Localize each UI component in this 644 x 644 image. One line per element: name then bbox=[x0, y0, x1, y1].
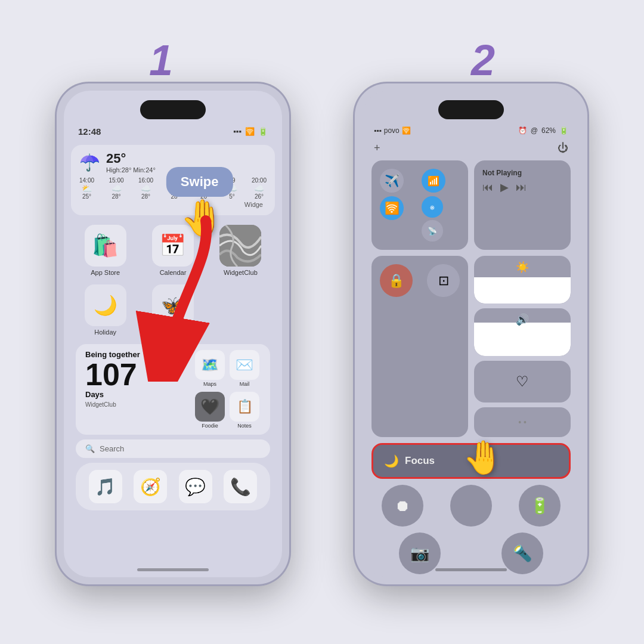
counter-left: Being together 107 Days WidgetClub bbox=[85, 350, 189, 429]
bluetooth-area: ⎈ 📡 bbox=[422, 196, 460, 242]
compass-dock-icon[interactable]: 🧭 bbox=[134, 470, 167, 503]
connectivity-tile: ✈️ 📶 🛜 ⎈ 📡 bbox=[371, 160, 468, 250]
battery-area: ⏰ @ 62% 🔋 bbox=[518, 126, 568, 135]
search-icon: 🔍 bbox=[85, 444, 95, 453]
phone2: 🤚 ▪▪▪ povo 🛜 ⏰ @ 62% 🔋 + bbox=[355, 83, 587, 584]
cc-top-buttons: + ⏻ bbox=[362, 140, 580, 157]
messages-dock-icon[interactable]: 💬 bbox=[179, 470, 212, 503]
play-pause-button[interactable]: ▶ bbox=[500, 181, 509, 194]
carrier-label: povo bbox=[384, 126, 400, 135]
holiday-icon[interactable]: 🌙 bbox=[85, 284, 126, 326]
fast-forward-button[interactable]: ⏭ bbox=[516, 181, 527, 194]
cellular-data-button[interactable]: 📶 bbox=[422, 169, 445, 193]
counter-bottom-label: WidgetClub bbox=[85, 401, 189, 408]
battery-status-btn[interactable]: 🔋 bbox=[519, 485, 561, 527]
dynamic-island-2 bbox=[438, 100, 504, 119]
holiday-label: Holiday bbox=[94, 329, 116, 336]
holiday-item[interactable]: 🌙 Holiday bbox=[76, 284, 135, 336]
notes-label: Notes bbox=[237, 423, 252, 429]
cellular-dots-tile: • • bbox=[474, 407, 571, 437]
hour-2: 15:00☁️28° bbox=[109, 177, 124, 200]
do-not-disturb-icon: @ bbox=[531, 126, 538, 135]
health-tile[interactable]: ♡ bbox=[474, 361, 571, 402]
airdrop-button[interactable]: 📡 bbox=[422, 220, 443, 242]
shazam-button[interactable] bbox=[450, 485, 492, 527]
battery-percent: 62% bbox=[541, 126, 556, 135]
airplane-mode-button[interactable]: ✈️ bbox=[380, 169, 404, 193]
wifi-icon: 🛜 bbox=[245, 127, 255, 136]
maps-icon[interactable]: 🗺️ bbox=[195, 350, 225, 380]
widgetclub-top-icon[interactable] bbox=[219, 225, 261, 267]
signal-icon: ▪▪▪ bbox=[233, 127, 242, 136]
counter-right: 🗺️ Maps ✉️ Mail 🖤 Foodie bbox=[195, 350, 261, 429]
counter-number: 107 bbox=[85, 359, 189, 390]
counter-widget: Being together 107 Days WidgetClub 🗺️ Ma… bbox=[76, 344, 270, 435]
mail-item[interactable]: ✉️ Mail bbox=[230, 350, 259, 387]
playback-controls: ⏮ ▶ ⏭ bbox=[482, 181, 562, 194]
mini-app-row-2: 🖤 Foodie 📋 Notes bbox=[195, 392, 261, 429]
foodie-item[interactable]: 🖤 Foodie bbox=[195, 392, 225, 429]
volume-icon: 🔊 bbox=[516, 313, 529, 326]
cellular-dots-icon: • • bbox=[518, 417, 527, 427]
phone2-screen: ▪▪▪ povo 🛜 ⏰ @ 62% 🔋 + ⏻ bbox=[362, 91, 580, 577]
widgetclub-top-label: WidgetClub bbox=[224, 269, 258, 276]
signal-area: ▪▪▪ povo 🛜 bbox=[374, 126, 411, 135]
wifi-button[interactable]: 🛜 bbox=[380, 196, 404, 220]
maps-label: Maps bbox=[203, 381, 216, 387]
phone-dock-icon[interactable]: 📞 bbox=[224, 470, 257, 503]
dynamic-island-1 bbox=[140, 100, 206, 119]
cc-bottom-row1: ⏺ 🔋 bbox=[362, 481, 580, 530]
notes-item[interactable]: 📋 Notes bbox=[230, 392, 259, 429]
flashlight-button[interactable]: 🔦 bbox=[501, 532, 543, 574]
swipe-badge: Swipe bbox=[166, 167, 233, 197]
step1-number: 1 bbox=[149, 36, 173, 85]
mail-icon[interactable]: ✉️ bbox=[230, 350, 259, 380]
maps-item[interactable]: 🗺️ Maps bbox=[195, 350, 225, 387]
home-indicator bbox=[137, 568, 209, 571]
brightness-tile[interactable]: ☀️ bbox=[474, 256, 571, 304]
dock: 🎵 🧭 💬 📞 bbox=[76, 463, 270, 510]
rotation-lock-button[interactable]: 🔒 bbox=[380, 264, 413, 297]
search-bar[interactable]: 🔍 Search bbox=[76, 439, 270, 458]
app-grid: 🛍️ App Store 📅 Calendar bbox=[64, 219, 282, 342]
swipe-hand-icon: 🤚 bbox=[180, 197, 225, 239]
control-center-grid: ✈️ 📶 🛜 ⎈ 📡 Not Playing ⏮ ▶ bbox=[362, 157, 580, 441]
mini-app-row-1: 🗺️ Maps ✉️ Mail bbox=[195, 350, 261, 387]
sliders-tile: ☀️ 🔊 ♡ • • bbox=[474, 256, 571, 437]
status-icons: ▪▪▪ 🛜 🔋 bbox=[233, 127, 268, 136]
main-container: 1 2 Swipe 🤚 bbox=[0, 0, 644, 644]
temperature: 25° bbox=[106, 151, 156, 166]
bluetooth-button[interactable]: ⎈ bbox=[422, 196, 443, 218]
focus-hand-icon: 🤚 bbox=[463, 438, 504, 477]
hour-7: 20:00☁️26° bbox=[252, 177, 267, 200]
screen-mirror-tile: 🔒 ⊡ bbox=[371, 256, 468, 437]
notes-icon[interactable]: 📋 bbox=[230, 392, 259, 422]
rewind-button[interactable]: ⏮ bbox=[482, 181, 493, 194]
battery-icon: 🔋 bbox=[258, 127, 268, 136]
volume-tile[interactable]: 🔊 bbox=[474, 308, 571, 356]
bereal-label: BeReal. bbox=[161, 329, 184, 336]
alarm-icon: ⏰ bbox=[518, 126, 527, 135]
music-dock-icon[interactable]: 🎵 bbox=[89, 470, 122, 503]
temp-range: High:28° Min:24° bbox=[106, 166, 156, 174]
weather-condition-icon: ☂️ bbox=[79, 153, 100, 172]
brightness-icon: ☀️ bbox=[516, 261, 529, 274]
screen-mirror-button[interactable]: ⊡ bbox=[427, 264, 460, 297]
quick-actions-row: 🔒 ⊡ bbox=[380, 264, 460, 297]
search-placeholder: Search bbox=[100, 444, 124, 453]
foodie-icon[interactable]: 🖤 bbox=[195, 392, 225, 422]
bereal-icon[interactable]: 🦋 bbox=[152, 284, 194, 326]
app-store-icon[interactable]: 🛍️ bbox=[85, 225, 126, 267]
hour-1: 14:00⛅25° bbox=[79, 177, 94, 200]
focus-moon-icon: 🌙 bbox=[384, 454, 399, 468]
phone1: Swipe 🤚 12:48 ▪▪▪ bbox=[57, 83, 289, 584]
add-control-button[interactable]: + bbox=[374, 142, 380, 154]
camera-button[interactable]: 📷 bbox=[399, 532, 441, 574]
app-store-item[interactable]: 🛍️ App Store bbox=[76, 225, 135, 276]
bereal-item[interactable]: 🦋 BeReal. bbox=[143, 284, 202, 336]
battery-status-icon: 🔋 bbox=[559, 126, 568, 135]
mail-label: Mail bbox=[240, 381, 250, 387]
screen-record-button[interactable]: ⏺ bbox=[382, 485, 423, 527]
power-off-button[interactable]: ⏻ bbox=[558, 142, 568, 154]
calendar-label: Calendar bbox=[160, 269, 187, 276]
